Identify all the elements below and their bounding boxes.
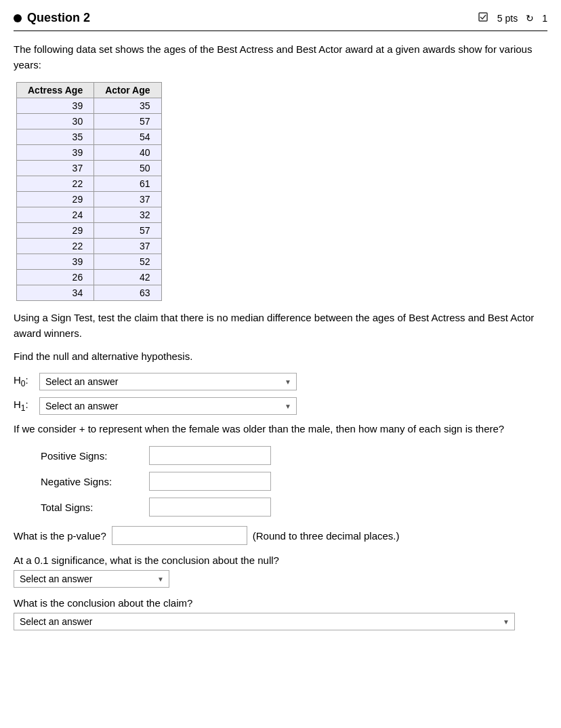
conclusion-null-select[interactable]: Select an answer Reject the null hypothe…: [14, 570, 169, 588]
actor-age-cell: 57: [94, 114, 161, 129]
h0-label: H0:: [14, 374, 34, 388]
negative-signs-label: Negative Signs:: [41, 476, 149, 487]
h1-label: H1:: [14, 399, 34, 413]
actor-age-cell: 35: [94, 98, 161, 114]
h1-row: H1: Select an answer Median difference =…: [14, 397, 547, 415]
h1-select[interactable]: Select an answer Median difference = 0 M…: [39, 397, 297, 415]
conclusion-claim-select[interactable]: Select an answer There is sufficient evi…: [14, 613, 515, 630]
problem-description: The following data set shows the ages of…: [14, 42, 547, 73]
table-row: 3750: [17, 161, 162, 176]
pvalue-row: What is the p-value? (Round to three dec…: [14, 526, 547, 545]
attempts-value: 1: [542, 13, 547, 24]
total-signs-input[interactable]: [149, 498, 271, 517]
conclusion-null-select-wrapper: Select an answer Reject the null hypothe…: [14, 570, 169, 588]
pts-value: 5 pts: [497, 13, 518, 24]
actor-age-cell: 57: [94, 223, 161, 239]
table-row: 3952: [17, 254, 162, 270]
actress-age-cell: 34: [17, 285, 94, 301]
bullet-icon: [14, 14, 22, 22]
conclusion-claim-select-wrapper: Select an answer There is sufficient evi…: [14, 613, 515, 630]
table-row: 2261: [17, 176, 162, 192]
conclusion-null-section: At a 0.1 significance, what is the concl…: [14, 554, 547, 588]
actress-age-cell: 30: [17, 114, 94, 129]
total-signs-row: Total Signs:: [41, 498, 547, 517]
pvalue-input[interactable]: [112, 526, 247, 545]
table-row: 2237: [17, 239, 162, 254]
actress-age-cell: 37: [17, 161, 94, 176]
actor-age-cell: 61: [94, 176, 161, 192]
pts-icon: [478, 12, 489, 24]
actress-age-cell: 35: [17, 129, 94, 145]
actor-age-cell: 54: [94, 129, 161, 145]
table-row: 2642: [17, 270, 162, 285]
h1-select-wrapper: Select an answer Median difference = 0 M…: [39, 397, 297, 415]
page-container: Question 2 5 pts ↻ 1 The following data …: [0, 0, 561, 660]
conclusion-claim-section: What is the conclusion about the claim? …: [14, 597, 547, 630]
pvalue-note: (Round to three decimal places.): [253, 530, 400, 542]
pts-check-icon: [478, 12, 489, 22]
question-title: Question 2: [14, 11, 90, 25]
conclusion-claim-prompt: What is the conclusion about the claim?: [14, 597, 547, 609]
negative-signs-input[interactable]: [149, 472, 271, 491]
table-row: 3935: [17, 98, 162, 114]
pvalue-label: What is the p-value?: [14, 530, 106, 542]
actor-age-cell: 32: [94, 207, 161, 223]
positive-signs-row: Positive Signs:: [41, 446, 547, 465]
positive-signs-label: Positive Signs:: [41, 450, 149, 462]
table-row: 3940: [17, 145, 162, 161]
actor-age-cell: 37: [94, 239, 161, 254]
signs-section: Positive Signs: Negative Signs: Total Si…: [41, 446, 547, 517]
actress-age-cell: 22: [17, 176, 94, 192]
actress-age-cell: 24: [17, 207, 94, 223]
positive-signs-input[interactable]: [149, 446, 271, 465]
actress-age-cell: 39: [17, 98, 94, 114]
actress-age-cell: 29: [17, 192, 94, 207]
h0-select[interactable]: Select an answer Median difference = 0 M…: [39, 373, 297, 390]
actress-age-cell: 26: [17, 270, 94, 285]
actress-age-cell: 22: [17, 239, 94, 254]
negative-signs-row: Negative Signs:: [41, 472, 547, 491]
table-row: 2432: [17, 207, 162, 223]
col-header-actress: Actress Age: [17, 83, 94, 98]
attempts-icon: ↻: [526, 13, 534, 24]
actor-age-cell: 63: [94, 285, 161, 301]
actress-age-cell: 29: [17, 223, 94, 239]
h0-row: H0: Select an answer Median difference =…: [14, 373, 547, 390]
conclusion-null-prompt: At a 0.1 significance, what is the concl…: [14, 554, 547, 566]
table-row: 2957: [17, 223, 162, 239]
total-signs-label: Total Signs:: [41, 502, 149, 513]
h0-select-wrapper: Select an answer Median difference = 0 M…: [39, 373, 297, 390]
signs-prompt: If we consider + to represent when the f…: [14, 422, 547, 437]
actor-age-cell: 40: [94, 145, 161, 161]
actress-age-cell: 39: [17, 254, 94, 270]
actor-age-cell: 37: [94, 192, 161, 207]
actor-age-cell: 52: [94, 254, 161, 270]
hypothesis-prompt: Find the null and alternative hypothesis…: [14, 349, 547, 365]
actress-age-cell: 39: [17, 145, 94, 161]
table-row: 3463: [17, 285, 162, 301]
question-header: Question 2 5 pts ↻ 1: [14, 11, 547, 31]
data-table: Actress Age Actor Age 393530573554394037…: [16, 82, 162, 301]
table-row: 3057: [17, 114, 162, 129]
table-row: 3554: [17, 129, 162, 145]
actor-age-cell: 42: [94, 270, 161, 285]
instructions-text: Using a Sign Test, test the claim that t…: [14, 310, 547, 341]
table-row: 2937: [17, 192, 162, 207]
actor-age-cell: 50: [94, 161, 161, 176]
question-label: Question 2: [27, 11, 90, 25]
svg-rect-0: [479, 13, 487, 21]
col-header-actor: Actor Age: [94, 83, 161, 98]
header-right: 5 pts ↻ 1: [478, 12, 547, 24]
